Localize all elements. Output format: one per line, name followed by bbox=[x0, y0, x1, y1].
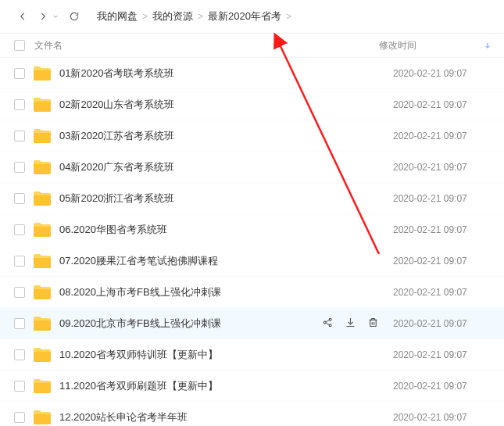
folder-icon bbox=[33, 284, 52, 301]
select-all-checkbox[interactable] bbox=[14, 40, 25, 51]
file-row[interactable]: 08.2020上海市考FB线上强化冲刺课2020-02-21 09:07 bbox=[0, 277, 504, 308]
row-checkbox[interactable] bbox=[14, 287, 25, 298]
file-mtime: 2020-02-21 09:07 bbox=[393, 381, 495, 392]
file-row[interactable]: 01新2020省考联考系统班2020-02-21 09:07 bbox=[0, 58, 504, 89]
folder-icon bbox=[33, 96, 52, 113]
file-mtime: 2020-02-21 09:07 bbox=[393, 193, 495, 204]
file-name[interactable]: 08.2020上海市考FB线上强化冲刺课 bbox=[59, 285, 393, 299]
column-header-row: 文件名 修改时间 bbox=[0, 33, 504, 58]
file-mtime: 2020-02-21 09:07 bbox=[393, 318, 495, 329]
file-row[interactable]: 10.2020省考双师特训班【更新中】2020-02-21 09:07 bbox=[0, 339, 504, 371]
file-row[interactable]: 06.2020华图省考系统班2020-02-21 09:07 bbox=[0, 214, 504, 245]
row-checkbox[interactable] bbox=[14, 193, 25, 204]
nav-forward-button[interactable] bbox=[34, 8, 52, 25]
breadcrumb-item[interactable]: 最新2020年省考 bbox=[208, 9, 281, 23]
file-row[interactable]: 07.2020腰果江省考笔试抱佛脚课程2020-02-21 09:07 bbox=[0, 245, 504, 277]
breadcrumb-separator: > bbox=[198, 11, 203, 22]
folder-icon bbox=[33, 159, 52, 176]
file-name[interactable]: 10.2020省考双师特训班【更新中】 bbox=[59, 348, 393, 362]
folder-icon bbox=[33, 65, 52, 82]
row-checkbox[interactable] bbox=[14, 256, 25, 267]
file-mtime: 2020-02-21 09:07 bbox=[393, 162, 495, 173]
file-list: 01新2020省考联考系统班2020-02-21 09:0702新2020山东省… bbox=[0, 58, 504, 426]
delete-icon[interactable] bbox=[367, 317, 379, 331]
svg-point-3 bbox=[329, 324, 331, 326]
file-name[interactable]: 02新2020山东省考系统班 bbox=[59, 98, 393, 112]
svg-rect-8 bbox=[370, 320, 377, 326]
svg-point-1 bbox=[323, 321, 326, 324]
file-mtime: 2020-02-21 09:07 bbox=[393, 99, 495, 110]
file-row[interactable]: 12.2020站长申论省考半年班2020-02-21 09:07 bbox=[0, 402, 504, 426]
file-name[interactable]: 03新2020江苏省考系统班 bbox=[59, 129, 393, 143]
folder-icon bbox=[33, 409, 52, 426]
row-checkbox[interactable] bbox=[14, 381, 25, 392]
breadcrumb: 我的网盘>我的资源>最新2020年省考> bbox=[97, 9, 291, 23]
folder-icon bbox=[33, 252, 52, 270]
file-name[interactable]: 09.2020北京市考FB线上强化冲刺课 bbox=[59, 317, 322, 331]
row-checkbox[interactable] bbox=[14, 162, 25, 173]
file-row[interactable]: 02新2020山东省考系统班2020-02-21 09:07 bbox=[0, 89, 504, 120]
history-dropdown[interactable] bbox=[52, 13, 59, 20]
row-checkbox[interactable] bbox=[14, 349, 25, 360]
file-name[interactable]: 06.2020华图省考系统班 bbox=[59, 223, 393, 237]
file-mtime: 2020-02-21 09:07 bbox=[393, 131, 495, 141]
file-name[interactable]: 12.2020站长申论省考半年班 bbox=[59, 410, 393, 424]
file-row[interactable]: 05新2020浙江省考系统班2020-02-21 09:07 bbox=[0, 183, 504, 214]
file-mtime: 2020-02-21 09:07 bbox=[393, 68, 495, 79]
breadcrumb-separator: > bbox=[142, 11, 148, 22]
folder-icon bbox=[33, 190, 52, 207]
row-checkbox[interactable] bbox=[14, 68, 25, 79]
svg-line-4 bbox=[326, 320, 329, 322]
row-checkbox[interactable] bbox=[14, 318, 25, 329]
file-mtime: 2020-02-21 09:07 bbox=[393, 349, 495, 360]
share-icon[interactable] bbox=[322, 317, 334, 331]
row-checkbox[interactable] bbox=[14, 412, 25, 423]
row-checkbox[interactable] bbox=[14, 99, 25, 110]
file-name[interactable]: 04新2020广东省考系统班 bbox=[59, 160, 393, 174]
row-checkbox[interactable] bbox=[14, 131, 25, 141]
folder-icon bbox=[33, 221, 52, 238]
refresh-button[interactable] bbox=[66, 8, 83, 25]
toolbar: 我的网盘>我的资源>最新2020年省考> bbox=[0, 0, 504, 33]
folder-icon bbox=[33, 378, 52, 395]
file-name[interactable]: 07.2020腰果江省考笔试抱佛脚课程 bbox=[59, 254, 393, 268]
file-name[interactable]: 05新2020浙江省考系统班 bbox=[59, 192, 393, 206]
file-mtime: 2020-02-21 09:07 bbox=[393, 412, 495, 423]
sort-descending-icon bbox=[484, 41, 491, 49]
file-row[interactable]: 11.2020省考双师刷题班【更新中】2020-02-21 09:07 bbox=[0, 371, 504, 402]
file-name[interactable]: 01新2020省考联考系统班 bbox=[59, 66, 393, 81]
file-row[interactable]: 09.2020北京市考FB线上强化冲刺课2020-02-21 09:07 bbox=[0, 308, 504, 339]
breadcrumb-separator: > bbox=[286, 11, 291, 22]
folder-icon bbox=[33, 127, 52, 145]
row-actions bbox=[322, 317, 379, 331]
file-mtime: 2020-02-21 09:07 bbox=[393, 287, 495, 298]
folder-icon bbox=[33, 315, 52, 332]
column-header-mtime[interactable]: 修改时间 bbox=[379, 39, 495, 52]
file-name[interactable]: 11.2020省考双师刷题班【更新中】 bbox=[59, 379, 393, 393]
file-row[interactable]: 04新2020广东省考系统班2020-02-21 09:07 bbox=[0, 152, 504, 183]
file-row[interactable]: 03新2020江苏省考系统班2020-02-21 09:07 bbox=[0, 120, 504, 152]
download-icon[interactable] bbox=[345, 317, 356, 331]
nav-back-button[interactable] bbox=[14, 8, 31, 25]
file-mtime: 2020-02-21 09:07 bbox=[393, 224, 495, 235]
breadcrumb-item[interactable]: 我的网盘 bbox=[97, 9, 138, 23]
svg-point-2 bbox=[329, 318, 331, 320]
column-header-name[interactable]: 文件名 bbox=[33, 39, 379, 52]
svg-line-5 bbox=[326, 323, 329, 325]
folder-icon bbox=[33, 346, 52, 363]
file-mtime: 2020-02-21 09:07 bbox=[393, 256, 495, 267]
breadcrumb-item[interactable]: 我的资源 bbox=[152, 9, 193, 23]
row-checkbox[interactable] bbox=[14, 224, 25, 235]
